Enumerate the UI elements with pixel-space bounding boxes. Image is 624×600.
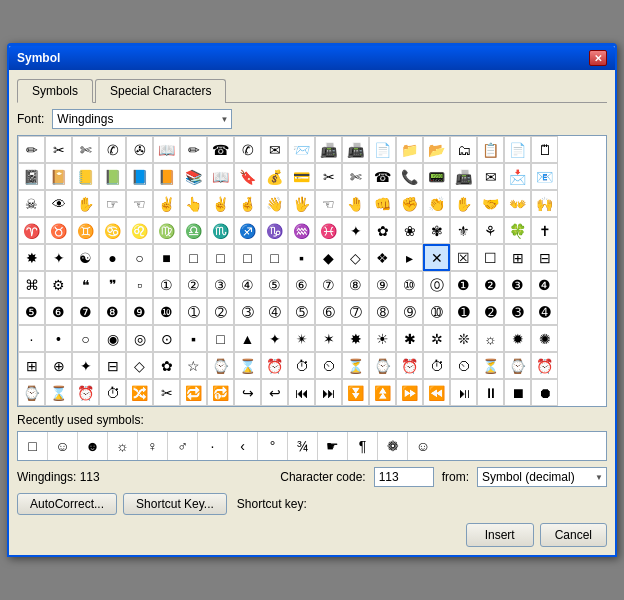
symbol-cell[interactable]: ➌ <box>504 298 531 325</box>
symbol-cell[interactable]: ▪ <box>288 244 315 271</box>
symbol-cell[interactable]: ✸ <box>342 325 369 352</box>
charcode-input[interactable] <box>374 467 434 487</box>
symbol-cell[interactable]: ⏯ <box>450 379 477 406</box>
symbol-cell[interactable]: ✺ <box>531 325 558 352</box>
symbol-cell[interactable]: 🔂 <box>207 379 234 406</box>
symbol-cell[interactable]: 🔁 <box>180 379 207 406</box>
recently-used-cell[interactable]: □ <box>18 432 48 460</box>
symbol-cell[interactable]: 📚 <box>180 163 207 190</box>
symbol-cell[interactable]: ② <box>180 271 207 298</box>
symbol-cell[interactable]: • <box>45 325 72 352</box>
symbol-cell[interactable]: 🙌 <box>531 190 558 217</box>
symbol-cell[interactable]: ⌛ <box>45 379 72 406</box>
symbol-cell[interactable]: 🤚 <box>342 190 369 217</box>
symbol-cell[interactable]: ❾ <box>126 298 153 325</box>
symbol-cell[interactable]: ☐ <box>477 244 504 271</box>
symbol-cell[interactable]: □ <box>207 325 234 352</box>
symbol-cell[interactable]: ✂ <box>45 136 72 163</box>
symbol-cell[interactable]: ⑦ <box>315 271 342 298</box>
symbol-cell[interactable]: 📘 <box>126 163 153 190</box>
symbol-cell[interactable]: ① <box>153 271 180 298</box>
symbol-cell[interactable]: ⑤ <box>261 271 288 298</box>
symbol-cell[interactable]: 🤞 <box>234 190 261 217</box>
symbol-cell[interactable]: ✆ <box>99 136 126 163</box>
recently-used-cell[interactable]: ☻ <box>78 432 108 460</box>
symbol-cell[interactable]: ◉ <box>99 325 126 352</box>
symbol-cell[interactable]: ⏰ <box>531 352 558 379</box>
symbol-cell[interactable]: 📧 <box>531 163 558 190</box>
symbol-cell[interactable]: ● <box>99 244 126 271</box>
symbol-cell[interactable]: ❝ <box>72 271 99 298</box>
recently-used-cell[interactable]: ❁ <box>378 432 408 460</box>
symbol-cell[interactable]: ♎ <box>180 217 207 244</box>
symbol-cell[interactable]: ☀ <box>369 325 396 352</box>
symbol-cell[interactable]: ⏭ <box>315 379 342 406</box>
recently-used-cell[interactable]: ☛ <box>318 432 348 460</box>
symbol-cell[interactable]: ➉ <box>423 298 450 325</box>
autocorrect-button[interactable]: AutoCorrect... <box>17 493 117 515</box>
symbol-cell[interactable]: ✏ <box>180 136 207 163</box>
symbol-cell[interactable]: ➊ <box>450 298 477 325</box>
symbol-cell[interactable]: ➄ <box>288 298 315 325</box>
symbol-cell[interactable]: ⏺ <box>531 379 558 406</box>
recently-used-cell[interactable]: ♂ <box>168 432 198 460</box>
symbol-cell[interactable]: ⏩ <box>396 379 423 406</box>
symbol-cell[interactable]: 👆 <box>180 190 207 217</box>
symbol-cell[interactable]: ○ <box>72 325 99 352</box>
symbol-cell[interactable]: 💳 <box>288 163 315 190</box>
symbol-cell[interactable]: ✾ <box>423 217 450 244</box>
symbol-cell[interactable]: ⏰ <box>396 352 423 379</box>
symbol-cell[interactable]: 📨 <box>288 136 315 163</box>
symbol-cell[interactable]: 📒 <box>72 163 99 190</box>
symbol-cell[interactable]: ⏲ <box>315 352 342 379</box>
symbol-cell[interactable]: ⊞ <box>504 244 531 271</box>
symbol-cell[interactable]: ❽ <box>99 298 126 325</box>
symbol-cell[interactable]: □ <box>261 244 288 271</box>
symbol-cell[interactable]: ♋ <box>99 217 126 244</box>
recently-used-cell[interactable]: ¶ <box>348 432 378 460</box>
symbol-cell[interactable]: 💰 <box>261 163 288 190</box>
symbol-cell[interactable]: ❸ <box>504 271 531 298</box>
recently-used-cell[interactable]: · <box>198 432 228 460</box>
tab-special-characters[interactable]: Special Characters <box>95 79 226 103</box>
symbol-cell[interactable]: ✄ <box>342 163 369 190</box>
symbol-cell[interactable]: 👏 <box>423 190 450 217</box>
symbol-cell[interactable]: ✲ <box>423 325 450 352</box>
symbol-cell[interactable]: 📁 <box>396 136 423 163</box>
symbol-cell[interactable]: ✴ <box>288 325 315 352</box>
recently-used-cell[interactable]: ♀ <box>138 432 168 460</box>
symbol-cell[interactable]: ⌚ <box>207 352 234 379</box>
symbol-cell[interactable]: ▲ <box>234 325 261 352</box>
symbol-cell[interactable]: ⏲ <box>450 352 477 379</box>
symbol-cell[interactable]: ☼ <box>477 325 504 352</box>
symbol-cell[interactable]: ⓪ <box>423 271 450 298</box>
recently-used-cell[interactable]: ‹ <box>228 432 258 460</box>
symbol-cell[interactable]: ➆ <box>342 298 369 325</box>
symbol-cell[interactable]: 📓 <box>18 163 45 190</box>
symbol-cell[interactable]: ☯ <box>72 244 99 271</box>
recently-used-cell[interactable]: ° <box>258 432 288 460</box>
symbol-cell[interactable]: ❖ <box>369 244 396 271</box>
symbol-cell[interactable]: 📖 <box>207 163 234 190</box>
symbol-cell[interactable]: ✋ <box>450 190 477 217</box>
symbol-cell[interactable]: ♍ <box>153 217 180 244</box>
symbol-cell[interactable]: 📔 <box>45 163 72 190</box>
symbol-cell[interactable]: ♊ <box>72 217 99 244</box>
symbol-cell[interactable]: 🗒 <box>531 136 558 163</box>
symbol-cell[interactable]: ☒ <box>450 244 477 271</box>
symbol-cell[interactable]: ❀ <box>396 217 423 244</box>
symbol-cell[interactable]: ▫ <box>126 271 153 298</box>
symbol-cell[interactable]: ⚙ <box>45 271 72 298</box>
symbol-cell[interactable]: ✉ <box>261 136 288 163</box>
symbol-cell[interactable]: ☎ <box>369 163 396 190</box>
symbol-cell[interactable]: ✶ <box>315 325 342 352</box>
symbol-cell[interactable]: ③ <box>207 271 234 298</box>
symbol-cell[interactable]: ◇ <box>126 352 153 379</box>
symbol-cell[interactable]: ✱ <box>396 325 423 352</box>
symbol-cell[interactable]: 👊 <box>369 190 396 217</box>
symbol-cell[interactable]: ⌚ <box>369 352 396 379</box>
symbol-cell[interactable]: 📠 <box>342 136 369 163</box>
symbol-cell[interactable]: ⏱ <box>423 352 450 379</box>
tab-symbols[interactable]: Symbols <box>17 79 93 103</box>
symbol-cell[interactable]: ⑥ <box>288 271 315 298</box>
